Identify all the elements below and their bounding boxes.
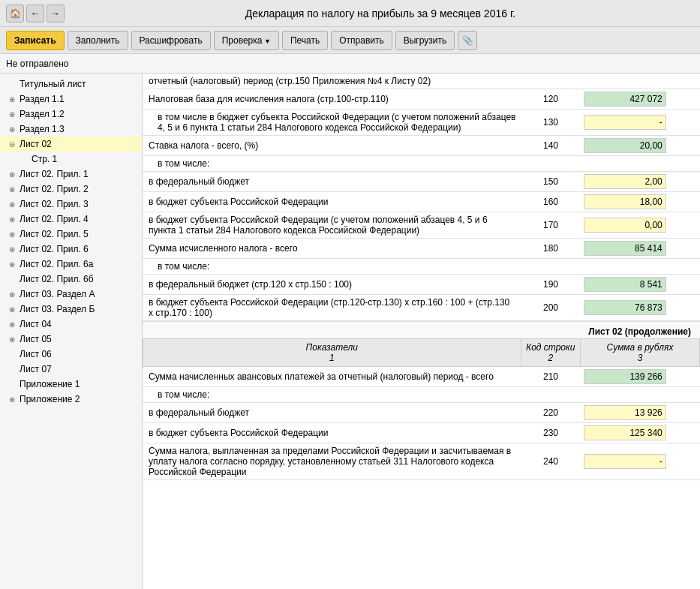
- sidebar-item-label: Раздел 1.1: [20, 94, 65, 104]
- sidebar-item-label: Лист 03. Раздел А: [20, 289, 95, 299]
- sidebar-item-section-1-3[interactable]: ⊕ Раздел 1.3: [0, 122, 142, 137]
- row-description: Ставка налога - всего, (%): [149, 140, 258, 151]
- value-input-r170[interactable]: [584, 218, 666, 233]
- row-code: 180: [543, 243, 558, 254]
- table-row-r200: в бюджет субъекта Российской Федерации (…: [143, 295, 700, 321]
- row-description: в том числе:: [158, 389, 209, 400]
- sidebar-item-sheet-03-seca[interactable]: ⊕ Лист 03. Раздел А: [0, 287, 142, 302]
- value-input-r140[interactable]: [584, 138, 666, 153]
- continuation-header: Лист 02 (продолжение): [143, 321, 700, 338]
- expand-icon: ⊕: [9, 125, 20, 134]
- sidebar-item-sheet-02-app5[interactable]: ⊕ Лист 02. Прил. 5: [0, 227, 142, 242]
- expand-icon: ⊕: [9, 230, 20, 239]
- sidebar-item-section-1-1[interactable]: ⊕ Раздел 1.1: [0, 92, 142, 107]
- row-description: в федеральный бюджет: [149, 407, 249, 418]
- expand-icon: ⊕: [9, 260, 20, 269]
- attach-button[interactable]: 📎: [458, 31, 477, 50]
- row-description: Сумма исчисленного налога - всего: [149, 243, 298, 254]
- table-row-r210sub: в том числе:: [143, 387, 700, 403]
- status-text: Не отправлено: [6, 59, 69, 69]
- value-input-r130[interactable]: [584, 115, 666, 130]
- sidebar-item-app-1[interactable]: Приложение 1: [0, 377, 142, 392]
- expand-icon: ⊕: [9, 200, 20, 209]
- row-code: 160: [543, 197, 558, 207]
- document-title: Декларация по налогу на прибыль за 9 мес…: [67, 8, 694, 20]
- sidebar-item-label: Лист 02. Прил. 2: [20, 184, 89, 194]
- row-code: 170: [543, 220, 558, 230]
- col1-header: Показатели: [306, 342, 358, 353]
- value-input-r180[interactable]: [584, 241, 666, 256]
- home-button[interactable]: 🏠: [6, 5, 24, 23]
- table-row-r-top: отчетный (налоговый) период (стр.150 При…: [143, 74, 700, 89]
- sidebar-item-label: Лист 02. Прил. 1: [20, 169, 89, 179]
- sidebar-item-title-page[interactable]: Титульный лист: [0, 77, 142, 92]
- sidebar-item-sheet-02-app4[interactable]: ⊕ Лист 02. Прил. 4: [0, 212, 142, 227]
- value-input-r120[interactable]: [584, 92, 666, 107]
- row-description: в бюджет субъекта Российской Федерации: [149, 428, 328, 438]
- send-button[interactable]: Отправить: [331, 31, 392, 50]
- row-description: в бюджет субъекта Российской Федерации (…: [149, 297, 509, 318]
- sidebar-item-sheet-02-app6[interactable]: ⊕ Лист 02. Прил. 6: [0, 242, 142, 257]
- sidebar-item-sheet-03-secb[interactable]: ⊕ Лист 03. Раздел Б: [0, 302, 142, 317]
- declaration-table: отчетный (налоговый) период (стр.150 При…: [143, 74, 700, 321]
- expand-icon: ⊕: [9, 395, 20, 404]
- sidebar-item-sheet-02-app3[interactable]: ⊕ Лист 02. Прил. 3: [0, 197, 142, 212]
- row-code: 140: [543, 140, 558, 151]
- sidebar-item-label: Лист 04: [20, 319, 52, 329]
- sidebar-item-sheet-02-app1[interactable]: ⊕ Лист 02. Прил. 1: [0, 167, 142, 182]
- expand-icon: ⊕: [9, 215, 20, 224]
- value-input-r200[interactable]: [584, 300, 666, 315]
- sidebar-item-sheet-05[interactable]: ⊕ Лист 05: [0, 332, 142, 347]
- row-description: в федеральный бюджет: [149, 176, 249, 187]
- value-input-r160[interactable]: [584, 194, 666, 209]
- row-description: Сумма налога, выплаченная за пределами Р…: [149, 446, 511, 477]
- row-code: 150: [543, 176, 558, 187]
- sidebar-item-sheet-02-app2[interactable]: ⊕ Лист 02. Прил. 2: [0, 182, 142, 197]
- row-code: 220: [543, 407, 558, 418]
- row-description: в бюджет субъекта Российской Федерации (…: [149, 215, 488, 236]
- check-button[interactable]: Проверка: [214, 31, 279, 50]
- sidebar-item-sheet-07[interactable]: Лист 07: [0, 362, 142, 377]
- table-row-r160: в бюджет субъекта Российской Федерации16…: [143, 192, 700, 212]
- sidebar-item-sheet-02-p1[interactable]: Стр. 1: [0, 152, 142, 167]
- value-input-r210[interactable]: [584, 369, 666, 384]
- sidebar-item-sheet-02[interactable]: ⊖ Лист 02: [0, 137, 142, 152]
- col2-sub: 2: [548, 353, 553, 363]
- row-code: 190: [543, 279, 558, 290]
- sidebar-item-label: Лист 02. Прил. 6а: [20, 259, 93, 269]
- decipher-button[interactable]: Расшифровать: [131, 31, 211, 50]
- fill-button[interactable]: Заполнить: [68, 31, 128, 50]
- table-row-r150: в федеральный бюджет150: [143, 172, 700, 192]
- value-input-r240[interactable]: [584, 454, 666, 469]
- forward-button[interactable]: →: [47, 5, 65, 23]
- sidebar-item-sheet-04[interactable]: ⊕ Лист 04: [0, 317, 142, 332]
- export-button[interactable]: Выгрузить: [395, 31, 455, 50]
- value-input-r190[interactable]: [584, 277, 666, 292]
- table-row-r190: в федеральный бюджет (стр.120 х стр.150 …: [143, 275, 700, 295]
- table-row-r240: Сумма налога, выплаченная за пределами Р…: [143, 443, 700, 480]
- row-code: 120: [543, 94, 558, 104]
- table-row-r130: в том числе в бюджет субъекта Российской…: [143, 110, 700, 136]
- table-row-r120: Налоговая база для исчисления налога (ст…: [143, 89, 700, 110]
- toolbar: Записать Заполнить Расшифровать Проверка…: [0, 27, 700, 54]
- main-layout: Титульный лист⊕ Раздел 1.1⊕ Раздел 1.2⊕ …: [0, 74, 700, 589]
- col2-header: Код строки: [526, 342, 575, 353]
- sidebar-item-sheet-02-app6b[interactable]: Лист 02. Прил. 6б: [0, 272, 142, 287]
- value-input-r150[interactable]: [584, 174, 666, 189]
- value-input-r220[interactable]: [584, 405, 666, 420]
- sidebar: Титульный лист⊕ Раздел 1.1⊕ Раздел 1.2⊕ …: [0, 74, 143, 589]
- row-description: в бюджет субъекта Российской Федерации: [149, 197, 328, 207]
- sidebar-item-sheet-06[interactable]: Лист 06: [0, 347, 142, 362]
- col3-sub: 3: [638, 353, 643, 363]
- print-button[interactable]: Печать: [282, 31, 328, 50]
- save-button[interactable]: Записать: [6, 31, 65, 50]
- sidebar-item-app-2[interactable]: ⊕ Приложение 2: [0, 392, 142, 407]
- row-description: в том числе в бюджет субъекта Российской…: [158, 112, 515, 133]
- back-button[interactable]: ←: [26, 5, 44, 23]
- sidebar-item-sheet-02-app6a[interactable]: ⊕ Лист 02. Прил. 6а: [0, 257, 142, 272]
- sidebar-item-label: Стр. 1: [32, 154, 57, 164]
- value-input-r230[interactable]: [584, 425, 666, 440]
- expand-icon: ⊕: [9, 95, 20, 104]
- sidebar-item-section-1-2[interactable]: ⊕ Раздел 1.2: [0, 107, 142, 122]
- sidebar-item-label: Титульный лист: [20, 79, 86, 89]
